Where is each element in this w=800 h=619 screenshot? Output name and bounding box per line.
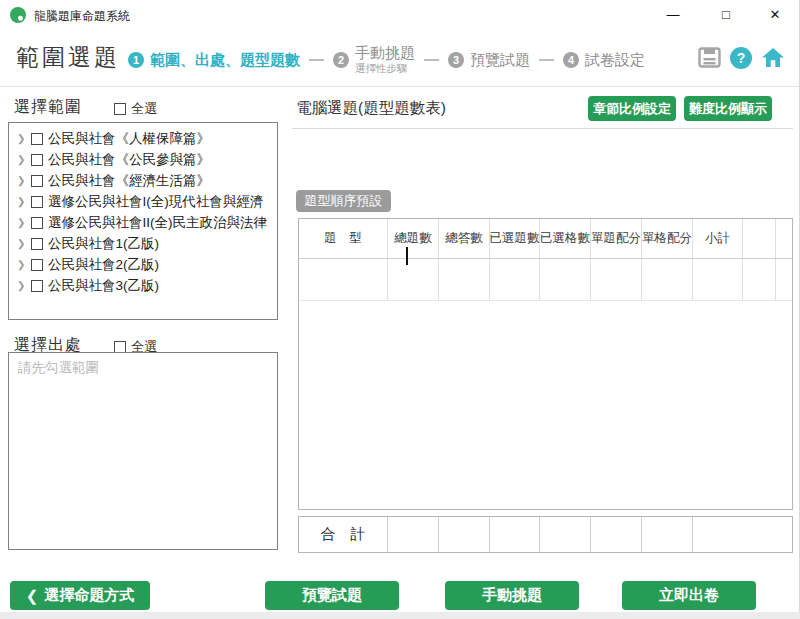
tree-item-label[interactable]: 公民與社會1(乙版) (48, 235, 159, 253)
text-cursor (406, 247, 408, 265)
help-icon[interactable]: ? (730, 47, 752, 69)
expand-chevron-icon[interactable]: ❯ (17, 259, 26, 270)
tree-item-checkbox[interactable] (31, 259, 43, 271)
manual-pick-button[interactable]: 手動挑題 (445, 581, 579, 610)
back-to-method-button[interactable]: ❮ 選擇命題方式 (10, 581, 150, 610)
tree-item-checkbox[interactable] (31, 238, 43, 250)
step-2-sublabel: 選擇性步驟 (355, 63, 415, 75)
home-icon[interactable] (761, 46, 785, 69)
col-header-points-per-question: 單題配分 (591, 219, 642, 258)
step-divider (309, 59, 324, 61)
step-4-label: 試卷設定 (585, 51, 645, 70)
range-select-all[interactable]: 全選 (114, 100, 157, 118)
save-icon[interactable] (698, 47, 721, 68)
cell-total-questions[interactable] (388, 259, 439, 300)
right-panel-divider (292, 128, 793, 129)
tree-item[interactable]: ❯ 公民與社會《公民參與篇》 (9, 149, 277, 170)
tree-item[interactable]: ❯ 公民與社會《經濟生活篇》 (9, 170, 277, 191)
tree-item[interactable]: ❯ 公民與社會2(乙版) (9, 254, 277, 275)
table-body-row (299, 259, 792, 301)
tree-item-label[interactable]: 公民與社會《經濟生活篇》 (48, 172, 210, 190)
step-4[interactable]: 4 試卷設定 (563, 51, 645, 70)
cell-points-per-blank[interactable] (642, 259, 693, 300)
step-1[interactable]: 1 範圍、出處、題型題數 (128, 51, 300, 70)
expand-chevron-icon[interactable]: ❯ (17, 133, 26, 144)
tree-item-checkbox[interactable] (31, 154, 43, 166)
select-range-title: 選擇範圍 (14, 97, 82, 118)
tree-item-checkbox[interactable] (31, 175, 43, 187)
tree-item[interactable]: ❯ 選修公民與社會I(全)現代社會與經濟 (9, 191, 277, 212)
expand-chevron-icon[interactable]: ❯ (17, 217, 26, 228)
back-button-label: 選擇命題方式 (44, 586, 134, 605)
total-cell (591, 517, 642, 552)
app-logo-icon (10, 7, 26, 23)
col-header-points-per-blank: 單格配分 (642, 219, 693, 258)
col-header-empty (743, 219, 776, 258)
question-type-table: 題 型 總題數 總答數 已選題數 已選格數 單題配分 單格配分 小計 (298, 218, 793, 510)
tree-item-label[interactable]: 公民與社會2(乙版) (48, 256, 159, 274)
cell-selected-blanks[interactable] (540, 259, 591, 300)
minimize-button[interactable]: — (650, 0, 696, 30)
total-cell (642, 517, 693, 552)
expand-chevron-icon[interactable]: ❯ (17, 154, 26, 165)
step-2[interactable]: 2 手動挑題 選擇性步驟 (333, 45, 415, 74)
difficulty-ratio-button[interactable]: 難度比例顯示 (684, 96, 772, 121)
tree-item-checkbox[interactable] (31, 280, 43, 292)
question-order-badge[interactable]: 題型順序預設 (296, 190, 391, 212)
titlebar: 龍騰題庫命題系統 — □ ✕ (0, 0, 800, 30)
total-cell (439, 517, 490, 552)
tree-item-label[interactable]: 選修公民與社會II(全)民主政治與法律 (48, 214, 267, 232)
expand-chevron-icon[interactable]: ❯ (17, 196, 26, 207)
chevron-left-icon: ❮ (26, 587, 39, 605)
page-title: 範圍選題 (16, 42, 120, 73)
range-select-all-checkbox[interactable] (114, 103, 126, 115)
window-title: 龍騰題庫命題系統 (34, 8, 130, 25)
expand-chevron-icon[interactable]: ❯ (17, 280, 26, 291)
maximize-button[interactable]: □ (703, 0, 749, 30)
expand-chevron-icon[interactable]: ❯ (17, 238, 26, 249)
tree-item[interactable]: ❯ 公民與社會3(乙版) (9, 275, 277, 296)
tree-item-checkbox[interactable] (31, 133, 43, 145)
cell-empty (743, 259, 776, 300)
expand-chevron-icon[interactable]: ❯ (17, 175, 26, 186)
source-placeholder: 請先勾選範圍 (18, 359, 99, 377)
col-header-total-questions: 總題數 (388, 219, 439, 258)
total-cell (540, 517, 591, 552)
col-header-empty (776, 219, 792, 258)
computer-select-title: 電腦選題(題型題數表) (296, 98, 446, 119)
tree-item[interactable]: ❯ 公民與社會1(乙版) (9, 233, 277, 254)
tree-item-label[interactable]: 公民與社會3(乙版) (48, 277, 159, 295)
step-2-label: 手動挑題 (355, 45, 415, 62)
tree-item-label[interactable]: 公民與社會《人權保障篇》 (48, 130, 210, 148)
tree-item-label[interactable]: 選修公民與社會I(全)現代社會與經濟 (48, 193, 263, 211)
tree-item-checkbox[interactable] (31, 196, 43, 208)
cell-type[interactable] (299, 259, 388, 300)
tree-item-checkbox[interactable] (31, 217, 43, 229)
step-2-number: 2 (333, 52, 349, 68)
step-divider (424, 59, 439, 61)
col-header-type: 題 型 (299, 219, 388, 258)
step-1-label: 範圍、出處、題型題數 (150, 51, 300, 70)
cell-total-answers[interactable] (439, 259, 490, 300)
tree-item[interactable]: ❯ 選修公民與社會II(全)民主政治與法律 (9, 212, 277, 233)
generate-exam-button[interactable]: 立即出卷 (622, 581, 756, 610)
tree-item-label[interactable]: 公民與社會《公民參與篇》 (48, 151, 210, 169)
close-button[interactable]: ✕ (752, 0, 798, 30)
col-header-subtotal: 小計 (693, 219, 743, 258)
cell-points-per-question[interactable] (591, 259, 642, 300)
cell-subtotal[interactable] (693, 259, 743, 300)
col-header-total-answers: 總答數 (439, 219, 490, 258)
step-3-label: 預覽試題 (470, 51, 530, 70)
step-3[interactable]: 3 預覽試題 (448, 51, 530, 70)
preview-questions-button[interactable]: 預覽試題 (265, 581, 399, 610)
total-label: 合 計 (299, 517, 388, 552)
tree-item[interactable]: ❯ 公民與社會《人權保障篇》 (9, 128, 277, 149)
step-divider (539, 59, 554, 61)
step-1-number: 1 (128, 52, 144, 68)
col-header-selected-blanks: 已選格數 (540, 219, 591, 258)
chapter-ratio-button[interactable]: 章節比例設定 (588, 96, 676, 121)
total-cell (490, 517, 540, 552)
wizard-steps: 1 範圍、出處、題型題數 2 手動挑題 選擇性步驟 3 預覽試題 4 試卷設定 (128, 40, 645, 80)
source-list (8, 352, 278, 550)
cell-selected-questions[interactable] (490, 259, 540, 300)
